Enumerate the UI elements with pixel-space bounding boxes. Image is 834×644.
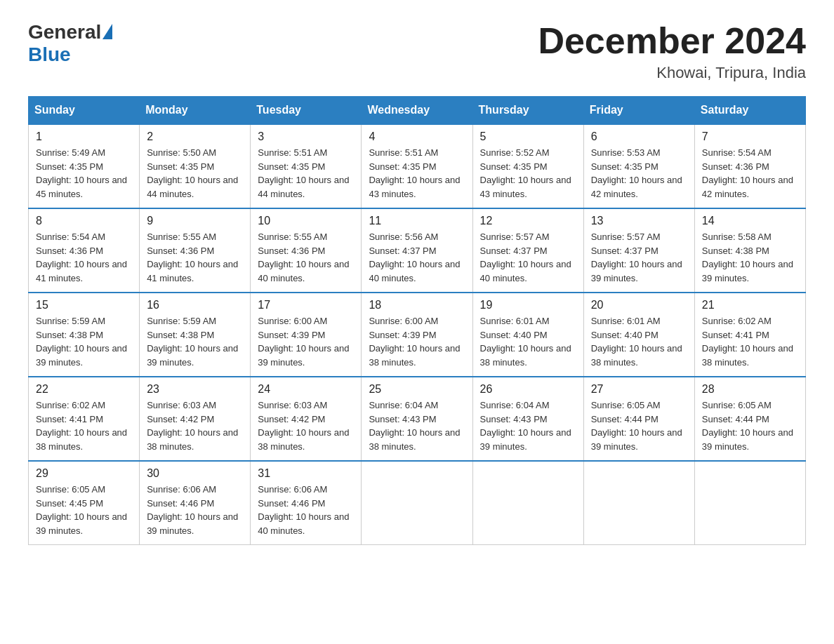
day-info: Sunrise: 6:04 AM Sunset: 4:43 PM Dayligh… <box>369 398 465 453</box>
calendar-day-cell <box>362 461 472 545</box>
calendar-header-row: SundayMondayTuesdayWednesdayThursdayFrid… <box>29 97 806 125</box>
day-info: Sunrise: 6:05 AM Sunset: 4:45 PM Dayligh… <box>36 483 132 537</box>
day-info: Sunrise: 5:59 AM Sunset: 4:38 PM Dayligh… <box>36 314 132 369</box>
day-number: 9 <box>147 215 243 227</box>
calendar-day-cell: 14 Sunrise: 5:58 AM Sunset: 4:38 PM Dayl… <box>694 208 805 293</box>
page-header: General Blue December 2024 Khowai, Tripu… <box>28 21 806 82</box>
day-number: 10 <box>258 215 354 227</box>
day-info: Sunrise: 5:59 AM Sunset: 4:38 PM Dayligh… <box>147 314 243 369</box>
day-number: 21 <box>702 299 798 311</box>
calendar-day-cell: 25 Sunrise: 6:04 AM Sunset: 4:43 PM Dayl… <box>362 377 472 461</box>
calendar-day-cell: 19 Sunrise: 6:01 AM Sunset: 4:40 PM Dayl… <box>472 293 583 377</box>
day-info: Sunrise: 5:50 AM Sunset: 4:35 PM Dayligh… <box>147 146 243 201</box>
calendar-day-cell: 6 Sunrise: 5:53 AM Sunset: 4:35 PM Dayli… <box>583 124 694 208</box>
logo-triangle-icon <box>102 24 112 39</box>
day-info: Sunrise: 5:51 AM Sunset: 4:35 PM Dayligh… <box>369 146 465 201</box>
calendar-day-header: Monday <box>140 97 251 125</box>
day-number: 19 <box>480 299 576 311</box>
day-info: Sunrise: 5:54 AM Sunset: 4:36 PM Dayligh… <box>702 146 798 201</box>
day-number: 5 <box>480 130 576 143</box>
day-info: Sunrise: 6:00 AM Sunset: 4:39 PM Dayligh… <box>369 314 465 369</box>
calendar-day-cell: 12 Sunrise: 5:57 AM Sunset: 4:37 PM Dayl… <box>472 208 583 293</box>
calendar-day-cell: 13 Sunrise: 5:57 AM Sunset: 4:37 PM Dayl… <box>583 208 694 293</box>
day-number: 20 <box>591 299 687 311</box>
day-number: 26 <box>480 383 576 396</box>
day-info: Sunrise: 6:05 AM Sunset: 4:44 PM Dayligh… <box>591 398 687 453</box>
day-info: Sunrise: 6:03 AM Sunset: 4:42 PM Dayligh… <box>258 398 354 453</box>
calendar-day-cell: 11 Sunrise: 5:56 AM Sunset: 4:37 PM Dayl… <box>362 208 472 293</box>
day-info: Sunrise: 6:02 AM Sunset: 4:41 PM Dayligh… <box>702 314 798 369</box>
calendar-day-cell: 21 Sunrise: 6:02 AM Sunset: 4:41 PM Dayl… <box>694 293 805 377</box>
calendar-day-header: Thursday <box>472 97 583 125</box>
calendar-day-cell <box>583 461 694 545</box>
day-number: 8 <box>36 215 132 227</box>
day-number: 24 <box>258 383 354 396</box>
calendar-day-cell: 31 Sunrise: 6:06 AM Sunset: 4:46 PM Dayl… <box>251 461 362 545</box>
day-info: Sunrise: 5:58 AM Sunset: 4:38 PM Dayligh… <box>702 230 798 285</box>
day-number: 1 <box>36 130 132 143</box>
day-number: 3 <box>258 130 354 143</box>
title-section: December 2024 Khowai, Tripura, India <box>538 21 806 82</box>
day-number: 18 <box>369 299 465 311</box>
calendar-week-row: 22 Sunrise: 6:02 AM Sunset: 4:41 PM Dayl… <box>29 377 806 461</box>
day-info: Sunrise: 5:57 AM Sunset: 4:37 PM Dayligh… <box>480 230 576 285</box>
calendar-day-cell: 7 Sunrise: 5:54 AM Sunset: 4:36 PM Dayli… <box>694 124 805 208</box>
calendar-table: SundayMondayTuesdayWednesdayThursdayFrid… <box>28 96 806 545</box>
day-info: Sunrise: 6:04 AM Sunset: 4:43 PM Dayligh… <box>480 398 576 453</box>
calendar-day-cell: 29 Sunrise: 6:05 AM Sunset: 4:45 PM Dayl… <box>29 461 140 545</box>
day-info: Sunrise: 6:05 AM Sunset: 4:44 PM Dayligh… <box>702 398 798 453</box>
day-number: 23 <box>147 383 243 396</box>
logo-general-text: General <box>28 21 101 43</box>
day-number: 16 <box>147 299 243 311</box>
calendar-day-header: Saturday <box>694 97 805 125</box>
day-number: 22 <box>36 383 132 396</box>
logo-blue-text: Blue <box>28 43 71 66</box>
day-info: Sunrise: 5:57 AM Sunset: 4:37 PM Dayligh… <box>591 230 687 285</box>
day-info: Sunrise: 6:00 AM Sunset: 4:39 PM Dayligh… <box>258 314 354 369</box>
day-info: Sunrise: 6:01 AM Sunset: 4:40 PM Dayligh… <box>480 314 576 369</box>
calendar-day-cell: 10 Sunrise: 5:55 AM Sunset: 4:36 PM Dayl… <box>251 208 362 293</box>
calendar-day-cell: 15 Sunrise: 5:59 AM Sunset: 4:38 PM Dayl… <box>29 293 140 377</box>
calendar-day-cell: 8 Sunrise: 5:54 AM Sunset: 4:36 PM Dayli… <box>29 208 140 293</box>
calendar-day-cell: 22 Sunrise: 6:02 AM Sunset: 4:41 PM Dayl… <box>29 377 140 461</box>
day-info: Sunrise: 6:06 AM Sunset: 4:46 PM Dayligh… <box>258 483 354 537</box>
day-number: 27 <box>591 383 687 396</box>
day-info: Sunrise: 5:55 AM Sunset: 4:36 PM Dayligh… <box>147 230 243 285</box>
day-info: Sunrise: 5:51 AM Sunset: 4:35 PM Dayligh… <box>258 146 354 201</box>
day-number: 2 <box>147 130 243 143</box>
day-info: Sunrise: 5:56 AM Sunset: 4:37 PM Dayligh… <box>369 230 465 285</box>
day-number: 4 <box>369 130 465 143</box>
calendar-day-cell: 27 Sunrise: 6:05 AM Sunset: 4:44 PM Dayl… <box>583 377 694 461</box>
day-number: 30 <box>147 467 243 480</box>
day-number: 31 <box>258 467 354 480</box>
calendar-day-cell: 16 Sunrise: 5:59 AM Sunset: 4:38 PM Dayl… <box>140 293 251 377</box>
month-year-title: December 2024 <box>538 21 806 61</box>
day-number: 17 <box>258 299 354 311</box>
calendar-day-header: Sunday <box>29 97 140 125</box>
calendar-day-cell: 1 Sunrise: 5:49 AM Sunset: 4:35 PM Dayli… <box>29 124 140 208</box>
logo: General Blue <box>28 21 112 66</box>
day-info: Sunrise: 6:03 AM Sunset: 4:42 PM Dayligh… <box>147 398 243 453</box>
day-number: 13 <box>591 215 687 227</box>
calendar-day-cell: 17 Sunrise: 6:00 AM Sunset: 4:39 PM Dayl… <box>251 293 362 377</box>
calendar-week-row: 29 Sunrise: 6:05 AM Sunset: 4:45 PM Dayl… <box>29 461 806 545</box>
day-number: 25 <box>369 383 465 396</box>
calendar-day-cell: 28 Sunrise: 6:05 AM Sunset: 4:44 PM Dayl… <box>694 377 805 461</box>
calendar-day-cell: 3 Sunrise: 5:51 AM Sunset: 4:35 PM Dayli… <box>251 124 362 208</box>
day-number: 15 <box>36 299 132 311</box>
day-number: 28 <box>702 383 798 396</box>
calendar-day-cell: 9 Sunrise: 5:55 AM Sunset: 4:36 PM Dayli… <box>140 208 251 293</box>
day-number: 14 <box>702 215 798 227</box>
location-subtitle: Khowai, Tripura, India <box>538 64 806 82</box>
calendar-day-cell <box>472 461 583 545</box>
calendar-day-cell: 24 Sunrise: 6:03 AM Sunset: 4:42 PM Dayl… <box>251 377 362 461</box>
day-info: Sunrise: 5:55 AM Sunset: 4:36 PM Dayligh… <box>258 230 354 285</box>
calendar-day-cell: 23 Sunrise: 6:03 AM Sunset: 4:42 PM Dayl… <box>140 377 251 461</box>
day-info: Sunrise: 5:54 AM Sunset: 4:36 PM Dayligh… <box>36 230 132 285</box>
day-number: 11 <box>369 215 465 227</box>
day-number: 6 <box>591 130 687 143</box>
calendar-day-cell: 5 Sunrise: 5:52 AM Sunset: 4:35 PM Dayli… <box>472 124 583 208</box>
day-number: 7 <box>702 130 798 143</box>
calendar-day-header: Friday <box>583 97 694 125</box>
calendar-day-cell: 26 Sunrise: 6:04 AM Sunset: 4:43 PM Dayl… <box>472 377 583 461</box>
